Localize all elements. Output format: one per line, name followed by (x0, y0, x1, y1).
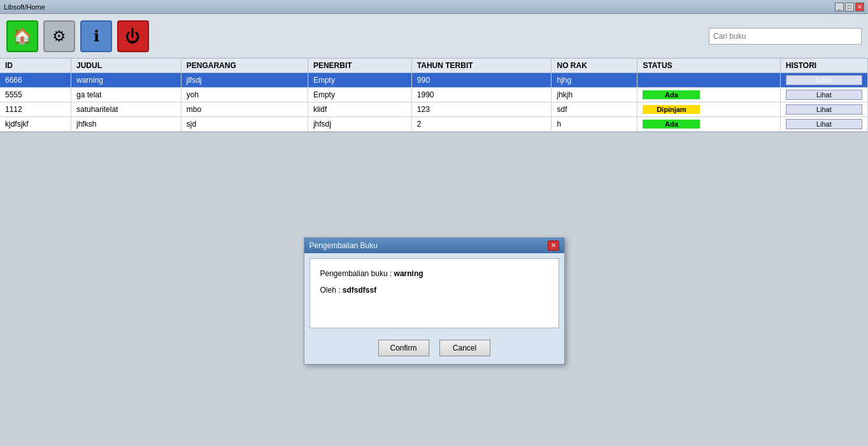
home-button[interactable]: 🏠 (6, 20, 38, 52)
cell-id: 1112 (0, 102, 71, 117)
cell-penerbit: Empty (308, 73, 411, 88)
dialog-message-line1-value: warning (394, 269, 423, 278)
lihat-button[interactable]: Lihat (786, 75, 862, 85)
dialog-body: Pengembalian buku : warning Oleh : sdfsd… (309, 258, 559, 328)
col-pengarang: PENGARANG (181, 59, 308, 73)
confirm-button[interactable]: Confirm (378, 340, 429, 356)
cell-histori: Lihat (780, 102, 867, 117)
table-row[interactable]: kjdfsjkfjhfkshsjdjhfsdj2hAdaLihat (0, 117, 868, 132)
cell-judul: warning (71, 73, 181, 88)
dialog-message-line2: Oleh : sdfsdfssf (320, 286, 548, 295)
col-penerbit: PENERBIT (308, 59, 411, 73)
cell-id: 6666 (0, 73, 71, 88)
lihat-button[interactable]: Lihat (786, 90, 862, 100)
lihat-button[interactable]: Lihat (786, 104, 862, 115)
settings-button[interactable]: ⚙ (43, 20, 75, 52)
main-area: Pengembalian Buku ✕ Pengembalian buku : … (0, 132, 868, 446)
cell-pengarang: sjd (181, 117, 308, 132)
cell-pengarang: mbo (181, 102, 308, 117)
toolbar: 🏠 ⚙ ℹ ⏻ (0, 14, 868, 59)
title-bar-buttons: _ □ ✕ (835, 3, 864, 11)
settings-icon: ⚙ (52, 27, 66, 45)
col-tahun: TAHUN TERBIT (411, 59, 551, 73)
cell-id: kjdfsjkf (0, 117, 71, 132)
col-judul: JUDUL (71, 59, 181, 73)
col-histori: HISTORI (780, 59, 867, 73)
dialog-message-line2-prefix: Oleh : (320, 286, 343, 295)
lihat-button[interactable]: Lihat (786, 119, 862, 129)
cell-tahun: 990 (411, 73, 551, 88)
modal-overlay: Pengembalian Buku ✕ Pengembalian buku : … (0, 132, 868, 446)
cell-histori: Lihat (780, 117, 867, 132)
cell-norak: jhkjh (551, 88, 637, 102)
cell-tahun: 123 (411, 102, 551, 117)
table-row[interactable]: 6666warningjlfsdjEmpty990hjhgLihat (0, 73, 868, 88)
search-input[interactable] (709, 28, 862, 45)
cell-histori: Lihat (780, 73, 867, 88)
minimize-button[interactable]: _ (835, 3, 844, 11)
cell-pengarang: yoh (181, 88, 308, 102)
status-badge: Ada (643, 90, 700, 99)
home-icon: 🏠 (13, 27, 32, 45)
dialog-pengembalian: Pengembalian Buku ✕ Pengembalian buku : … (304, 237, 565, 365)
cell-norak: sdf (551, 102, 637, 117)
dialog-message-line1: Pengembalian buku : warning (320, 269, 548, 278)
status-badge: Ada (643, 120, 700, 129)
cell-status (637, 73, 780, 88)
table-container: ID JUDUL PENGARANG PENERBIT TAHUN TERBIT… (0, 59, 868, 132)
maximize-button[interactable]: □ (845, 3, 854, 11)
cell-status: Ada (637, 117, 780, 132)
cell-id: 5555 (0, 88, 71, 102)
cell-tahun: 2 (411, 117, 551, 132)
dialog-message-line1-prefix: Pengembalian buku : (320, 269, 394, 278)
cell-norak: h (551, 117, 637, 132)
cell-penerbit: Empty (308, 88, 411, 102)
cell-histori: Lihat (780, 88, 867, 102)
cell-judul: ga telat (71, 88, 181, 102)
search-container (709, 28, 862, 45)
col-norak: NO RAK (551, 59, 637, 73)
status-badge: Dipinjam (643, 105, 700, 114)
dialog-message-line2-value: sdfsdfssf (343, 286, 376, 295)
cell-status: Ada (637, 88, 780, 102)
info-icon: ℹ (94, 27, 99, 45)
cell-status: Dipinjam (637, 102, 780, 117)
power-button[interactable]: ⏻ (117, 20, 149, 52)
cell-pengarang: jlfsdj (181, 73, 308, 88)
dialog-title: Pengembalian Buku (309, 241, 378, 250)
info-button[interactable]: ℹ (80, 20, 112, 52)
table-row[interactable]: 1112satuharitelatmboklidf123sdfDipinjamL… (0, 102, 868, 117)
cell-norak: hjhg (551, 73, 637, 88)
window-title: Libsoft/Home (4, 3, 45, 11)
col-id: ID (0, 59, 71, 73)
cell-judul: satuharitelat (71, 102, 181, 117)
cell-judul: jhfksh (71, 117, 181, 132)
table-row[interactable]: 5555ga telatyohEmpty1990jhkjhAdaLihat (0, 88, 868, 102)
dialog-buttons: Confirm Cancel (304, 333, 564, 364)
cell-penerbit: jhfsdj (308, 117, 411, 132)
power-icon: ⏻ (125, 27, 141, 45)
cancel-button[interactable]: Cancel (439, 340, 490, 356)
col-status: STATUS (637, 59, 780, 73)
cell-tahun: 1990 (411, 88, 551, 102)
table-header-row: ID JUDUL PENGARANG PENERBIT TAHUN TERBIT… (0, 59, 868, 73)
title-bar: Libsoft/Home _ □ ✕ (0, 0, 868, 14)
window-close-button[interactable]: ✕ (855, 3, 864, 11)
dialog-title-bar: Pengembalian Buku ✕ (304, 238, 564, 253)
dialog-close-button[interactable]: ✕ (548, 240, 559, 251)
books-table: ID JUDUL PENGARANG PENERBIT TAHUN TERBIT… (0, 59, 868, 132)
cell-penerbit: klidf (308, 102, 411, 117)
